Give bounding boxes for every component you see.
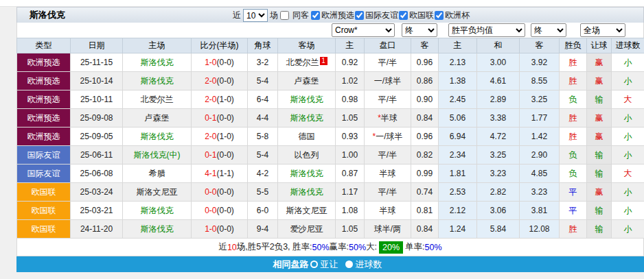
avg-home-odds-cell: 2.53 (439, 183, 477, 202)
result-cell: 胜 (560, 53, 587, 72)
handicap-time-select[interactable]: 终 (402, 23, 437, 37)
bookmaker-select[interactable]: Crow* (332, 23, 395, 37)
away-team-cell: 斯洛伐克 (278, 109, 336, 128)
table-row: 欧国联24-11-20斯洛伐克1-0(0-0)9-4爱沙尼亚1.05球半/两0.… (17, 220, 644, 239)
halftime-score: (1-1) (217, 169, 234, 178)
handicap-result-cell: 输 (587, 90, 612, 109)
odds-type-select[interactable]: 胜平负均值 (448, 23, 525, 37)
fulltime-score: 0-0 (205, 187, 216, 197)
goals-result-cell: 大 (612, 165, 644, 183)
goals-result-cell: 大 (612, 90, 644, 109)
avg-draw-odds-cell: 3.06 (477, 202, 520, 220)
home-team-cell: 斯洛伐克 (123, 128, 192, 146)
goals-result-cell: 小 (612, 146, 644, 165)
table-row: 国际友谊25-06-08希腊4-1(1-1)4-2斯洛伐克0.87半球0.991… (17, 165, 644, 183)
home-team-cell: 斯洛伐克(中) (123, 146, 192, 165)
filter-checkbox[interactable] (399, 11, 408, 20)
table-row: 国际友谊25-06-11斯洛伐克(中)0-1(0-0)5-4以色列1.00平/半… (17, 146, 644, 165)
away-team-cell: 爱沙尼亚 (278, 220, 336, 239)
avg-away-odds-cell: 1.77 (520, 109, 560, 128)
home-team-cell: 斯洛文尼亚 (123, 183, 192, 202)
date-cell: 25-10-14 (71, 72, 123, 90)
filter-欧洲杯: 欧洲杯 (435, 10, 470, 21)
avg-draw-odds-cell: 3.23 (477, 165, 520, 183)
corner-cell: 4-2 (248, 165, 278, 183)
handicap-result-cell: 赢 (587, 128, 612, 146)
column-header: 角球 (248, 38, 278, 53)
odds-time-select[interactable]: 终 (531, 23, 566, 37)
league-type-cell: 国际友谊 (17, 146, 71, 165)
avg-draw-odds-cell: 2.82 (477, 183, 520, 202)
avg-draw-odds-cell: 2.89 (477, 90, 520, 109)
scope-select[interactable]: 全场 (580, 23, 625, 37)
summary-segment: 10 (227, 243, 237, 252)
fulltime-score: 2-0 (205, 132, 216, 141)
filter-checkbox[interactable] (311, 11, 320, 20)
same-away-checkbox[interactable] (280, 11, 289, 20)
match-panel: 斯洛伐克 近 10 场 同客 欧洲预选国际友谊欧国联欧洲杯 Crow* 终 胜平… (16, 7, 644, 272)
same-trend-label: 相同盘路 (273, 258, 309, 271)
handicap-home-odds-cell: 0.93 (336, 128, 365, 146)
handicap-home-odds-cell: 1.05 (336, 220, 365, 239)
away-team-cell: 斯洛伐克 (278, 183, 336, 202)
handicap-cell: 一/球半 (365, 72, 411, 90)
handicap-result-cell: 赢 (587, 109, 612, 128)
home-team-cell: 斯洛伐克 (123, 72, 192, 90)
filter-国际友谊: 国际友谊 (355, 10, 398, 21)
handicap-away-odds-cell: 0.96 (411, 53, 439, 72)
halftime-score: (0-0) (217, 187, 234, 197)
corner-cell: 6-4 (248, 90, 278, 109)
column-header: 日期 (71, 38, 123, 53)
handicap-home-odds-cell: 0.87 (336, 165, 365, 183)
fulltime-score: 0-1 (205, 150, 216, 160)
avg-home-odds-cell: 2.12 (439, 202, 477, 220)
corner-cell: 3-2 (248, 53, 278, 72)
away-team-name: 北爱尔兰 (286, 58, 319, 67)
footer-option-label: 亚让 (321, 259, 338, 269)
league-type-cell: 国际友谊 (17, 165, 71, 183)
summary-segment: 赢率: (330, 241, 349, 253)
filter-checkbox[interactable] (355, 11, 364, 20)
avg-away-odds-cell: 12.08 (520, 220, 560, 239)
date-cell: 25-06-08 (71, 165, 123, 183)
handicap-value: 一/球半 (374, 76, 401, 86)
handicap-cell: 平/半 (365, 183, 411, 202)
date-cell: 25-06-11 (71, 146, 123, 165)
handicap-value: 半球 (380, 169, 396, 178)
home-team-cell: 斯洛伐克 (123, 220, 192, 239)
summary-segment: 单率: (405, 241, 424, 253)
avg-away-odds-cell: 1.42 (520, 128, 560, 146)
away-team-cell: 德国 (278, 128, 336, 146)
column-header: 主 (336, 38, 365, 53)
halftime-score: (1-0) (217, 132, 234, 141)
home-team-cell: 卢森堡 (123, 109, 192, 128)
away-team-cell: 以色列 (278, 146, 336, 165)
avg-away-odds-cell: 4.85 (520, 165, 560, 183)
goals-result-cell: 小 (612, 72, 644, 90)
team-title: 斯洛伐克 (17, 9, 65, 21)
result-cell: 平 (560, 202, 587, 220)
avg-away-odds-cell: 3.81 (520, 202, 560, 220)
summary-segment: 近 (218, 241, 227, 253)
进球数-radio[interactable] (345, 260, 353, 268)
column-header: 主场 (123, 38, 192, 53)
goals-result-cell: 小 (612, 53, 644, 72)
summary-segment: 场,胜5平2负3, 胜率: (237, 241, 312, 253)
match-history-table: 类型日期主场比分(半场)角球客场主盘口客主和客胜负让球进球数 欧洲预选25-11… (16, 38, 644, 239)
goals-result-cell: 小 (612, 128, 644, 146)
亚让-radio[interactable] (310, 260, 318, 268)
filter-checkbox[interactable] (435, 11, 444, 20)
handicap-home-odds-cell: 1.17 (336, 183, 365, 202)
match-count-select[interactable]: 10 (243, 9, 268, 22)
column-header: 进球数 (612, 38, 644, 53)
handicap-result-cell: 输 (587, 165, 612, 183)
handicap-home-odds-cell: 0.92 (336, 53, 365, 72)
away-team-name: 斯洛伐克 (290, 113, 323, 123)
handicap-result-cell: 输 (587, 220, 612, 239)
page-top-strip (0, 0, 644, 7)
corner-cell: 5-4 (248, 72, 278, 90)
handicap-away-odds-cell: 0.86 (411, 72, 439, 90)
table-row: 欧洲预选25-10-11北爱尔兰2-0(1-0)6-4斯洛伐克0.98平/半0.… (17, 90, 644, 109)
avg-home-odds-cell: 1.81 (439, 165, 477, 183)
league-type-cell: 欧洲预选 (17, 128, 71, 146)
